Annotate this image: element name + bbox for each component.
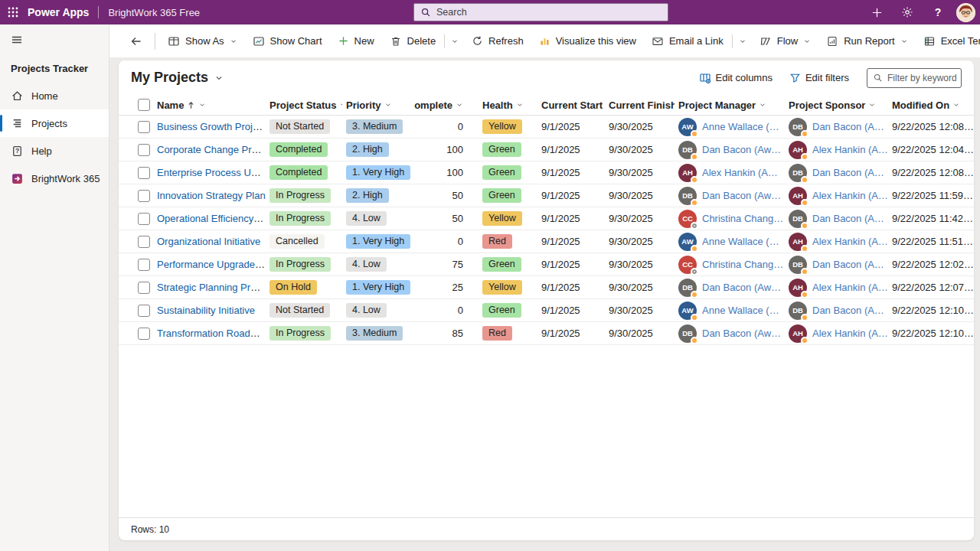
email-link-button[interactable]: Email a Link: [645, 31, 730, 52]
project-name-link[interactable]: Innovation Strategy Plan: [157, 190, 266, 201]
person-link[interactable]: Anne Wallace (Away): [702, 121, 785, 132]
person-link[interactable]: Alex Hankin (Away): [812, 144, 888, 155]
row-checkbox[interactable]: [138, 282, 150, 294]
person-link[interactable]: Dan Bacon (Away): [812, 259, 888, 270]
show-chart-button[interactable]: Show Chart: [246, 31, 329, 52]
waffle-icon[interactable]: [0, 0, 26, 24]
sidebar: Projects Tracker HomeProjects?HelpBright…: [0, 24, 109, 551]
excel-templates-button[interactable]: Excel Templates: [916, 31, 980, 52]
table-row[interactable]: Operational Efficiency PlanIn Progress4.…: [119, 207, 974, 230]
show-as-button[interactable]: Show As: [161, 31, 244, 52]
project-name-link[interactable]: Sustainability Initiative: [157, 305, 255, 316]
project-name-link[interactable]: Corporate Change Program: [157, 144, 266, 155]
edit-filters-button[interactable]: Edit filters: [782, 68, 856, 87]
person-link[interactable]: Alex Hankin (Away): [812, 282, 888, 293]
run-report-button[interactable]: Run Report: [819, 31, 914, 52]
current-finish-cell: 9/30/2025: [605, 236, 675, 247]
table-row[interactable]: Performance Upgrade PlanIn Progress4. Lo…: [119, 253, 974, 276]
flow-button[interactable]: Flow: [753, 31, 818, 52]
new-button[interactable]: New: [331, 31, 381, 51]
current-finish-cell: 9/30/2025: [605, 305, 675, 316]
global-search-input[interactable]: Search: [413, 3, 668, 21]
health-cell: Green: [479, 142, 537, 157]
person-link[interactable]: Alex Hankin (Away): [812, 236, 888, 247]
refresh-button[interactable]: Refresh: [465, 31, 531, 51]
project-name-link[interactable]: Performance Upgrade Plan: [157, 259, 266, 270]
project-name-link[interactable]: Strategic Planning Project: [157, 282, 266, 293]
person-link[interactable]: Anne Wallace (Away): [702, 305, 785, 316]
row-checkbox[interactable]: [138, 144, 150, 156]
person-link[interactable]: Alex Hankin (Away): [812, 328, 888, 339]
table-row[interactable]: Transformation RoadmapIn Progress3. Medi…: [119, 322, 974, 345]
column-header-health[interactable]: Health: [479, 99, 537, 111]
column-header-current-start[interactable]: Current Start: [537, 99, 605, 111]
edit-columns-button[interactable]: Edit columns: [692, 68, 779, 88]
table-row[interactable]: Enterprise Process UpdateCompleted1. Ver…: [119, 161, 974, 184]
project-name-link[interactable]: Organizational Initiative: [157, 236, 260, 247]
row-checkbox[interactable]: [138, 305, 150, 317]
row-checkbox[interactable]: [138, 328, 150, 340]
row-checkbox[interactable]: [138, 259, 150, 271]
person-link[interactable]: Dan Bacon (Away): [702, 190, 785, 201]
person-link[interactable]: Dan Bacon (Away): [812, 121, 888, 132]
column-header-name[interactable]: Name: [153, 99, 266, 111]
person-link[interactable]: Dan Bacon (Away): [812, 167, 888, 178]
delete-button[interactable]: Delete: [383, 31, 443, 52]
project-name-link[interactable]: Business Growth Project: [157, 121, 266, 132]
sidebar-item-brightwork-365[interactable]: BrightWork 365: [0, 165, 109, 192]
home-icon: [11, 90, 24, 103]
sidebar-item-help[interactable]: ?Help: [0, 137, 109, 165]
email-dropdown-chevron[interactable]: [734, 33, 751, 50]
column-header-complete[interactable]: % Complete: [414, 99, 479, 111]
project-name-link[interactable]: Enterprise Process Update: [157, 167, 266, 178]
person-link[interactable]: Dan Bacon (Away): [702, 282, 785, 293]
row-checkbox[interactable]: [138, 236, 150, 248]
delete-dropdown-chevron[interactable]: [446, 33, 463, 50]
percent-complete-cell: 0: [414, 121, 479, 132]
person-link[interactable]: Christina Chang (Offline): [702, 213, 785, 224]
person-link[interactable]: Dan Bacon (Away): [702, 328, 785, 339]
person-link[interactable]: Alex Hankin (Away): [812, 190, 888, 201]
visualize-view-button[interactable]: Visualize this view: [532, 31, 643, 51]
person-link[interactable]: Dan Bacon (Away): [702, 144, 785, 155]
column-header-project-status[interactable]: Project Status: [266, 99, 342, 111]
app-name[interactable]: Power Apps: [28, 6, 89, 18]
column-header-project-sponsor[interactable]: Project Sponsor: [785, 99, 888, 111]
filter-keyword-input[interactable]: Filter by keyword: [867, 68, 962, 88]
person-link[interactable]: Alex Hankin (Away): [702, 167, 785, 178]
row-checkbox[interactable]: [138, 213, 150, 225]
priority-badge: 4. Low: [346, 303, 387, 318]
sidebar-item-home[interactable]: Home: [0, 82, 109, 109]
environment-name[interactable]: BrightWork 365 Free: [108, 7, 200, 18]
current-finish-cell: 9/30/2025: [605, 259, 675, 270]
row-checkbox[interactable]: [138, 121, 150, 133]
table-row[interactable]: Strategic Planning ProjectOn Hold1. Very…: [119, 276, 974, 299]
back-button[interactable]: [123, 31, 149, 52]
help-icon[interactable]: ?: [926, 0, 950, 24]
sidebar-item-projects[interactable]: Projects: [0, 109, 109, 137]
project-name-link[interactable]: Operational Efficiency Plan: [157, 213, 266, 224]
table-row[interactable]: Business Growth ProjectNot Started3. Med…: [119, 116, 974, 139]
project-name-link[interactable]: Transformation Roadmap: [157, 328, 266, 339]
column-header-modified-on[interactable]: Modified On: [888, 99, 974, 111]
person-link[interactable]: Dan Bacon (Away): [812, 213, 888, 224]
add-icon[interactable]: [864, 0, 889, 24]
person-link[interactable]: Dan Bacon (Away): [812, 305, 888, 316]
gear-icon[interactable]: [895, 0, 920, 24]
table-row[interactable]: Innovation Strategy PlanIn Progress2. Hi…: [119, 184, 974, 207]
user-avatar[interactable]: [956, 3, 975, 22]
table-row[interactable]: Organizational InitiativeCancelled1. Ver…: [119, 230, 974, 253]
hamburger-menu-icon[interactable]: [0, 24, 31, 55]
view-selector[interactable]: My Projects: [131, 70, 224, 86]
select-all-checkbox[interactable]: [138, 99, 150, 111]
column-header-current-finish[interactable]: Current Finish: [605, 99, 675, 111]
table-row[interactable]: Corporate Change ProgramCompleted2. High…: [119, 139, 974, 161]
row-checkbox[interactable]: [138, 190, 150, 202]
column-header-project-manager[interactable]: Project Manager: [675, 99, 785, 111]
person-link[interactable]: Christina Chang (Offline): [702, 259, 785, 270]
table-row[interactable]: Sustainability InitiativeNot Started4. L…: [119, 299, 974, 322]
column-header-priority[interactable]: Priority: [342, 99, 414, 111]
person-link[interactable]: Anne Wallace (Away): [702, 236, 785, 247]
row-checkbox[interactable]: [138, 167, 150, 179]
edit-columns-icon: [699, 72, 711, 84]
